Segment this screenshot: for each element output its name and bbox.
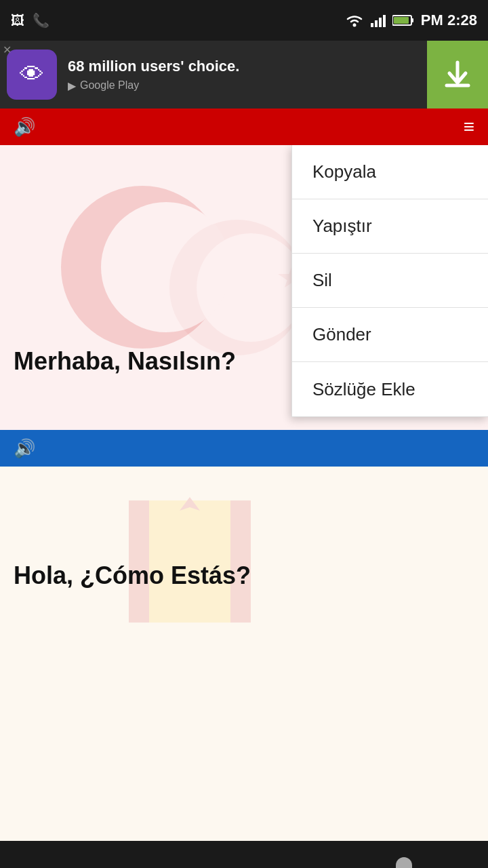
svg-rect-3 [379,18,382,27]
app-container: 🔊 ≡ Merhaba, Nasılsın? Kopyala Yapıştır … [0,108,488,841]
menu-item-gonder[interactable]: Gönder [292,308,488,362]
speaker-icon-mid[interactable]: 🔊 [14,438,35,459]
battery-icon [392,14,414,26]
menu-item-yapistir[interactable]: Yapıştır [292,199,488,254]
source-text[interactable]: Merhaba, Nasılsın? [14,347,236,376]
svg-rect-6 [411,18,413,22]
ad-app-logo: 👁 [20,60,44,89]
wifi-icon [345,14,364,27]
target-panel: Hola, ¿Cómo Estás? [0,467,488,841]
ad-title: 68 million users' choice. [68,58,427,75]
svg-point-12 [101,202,231,332]
microphone-button[interactable] [380,854,428,868]
context-menu: Kopyala Yapıştır Sil Gönder Sözlüğe Ekle [291,145,488,417]
menu-item-kopyala[interactable]: Kopyala [292,145,488,199]
svg-rect-4 [383,15,386,27]
hamburger-menu-icon[interactable]: ≡ [464,116,474,138]
google-play-icon: ▶ [68,79,76,92]
svg-rect-7 [394,17,409,24]
close-ad-button[interactable]: ✕ [3,43,12,56]
phone-icon: 📞 [33,12,49,28]
bottom-bar: Çevir [0,841,488,868]
menu-item-sozluge-ekle[interactable]: Sözlüğe Ekle [292,362,488,416]
target-text[interactable]: Hola, ¿Cómo Estás? [14,561,251,590]
status-time: PM 2:28 [421,12,477,29]
ad-source: ▶ Google Play [68,79,427,92]
download-icon [441,58,474,91]
status-right-icons: PM 2:28 [345,12,477,29]
ad-app-icon: 👁 [7,50,57,100]
crescent-watermark [41,165,244,369]
svg-rect-2 [375,20,378,27]
svg-rect-1 [371,23,373,27]
download-button[interactable] [427,41,488,108]
photo-icon: 🖼 [11,13,24,28]
ad-source-label: Google Play [80,79,139,92]
svg-point-0 [352,24,356,27]
svg-rect-18 [396,857,412,868]
status-left-icons: 🖼 📞 [11,12,49,28]
menu-item-sil[interactable]: Sil [292,254,488,308]
speaker-icon-top[interactable]: 🔊 [14,117,35,138]
microphone-icon [384,854,424,868]
ad-banner: ✕ 👁 68 million users' choice. ▶ Google P… [0,41,488,108]
source-panel: Merhaba, Nasılsın? Kopyala Yapıştır Sil … [0,145,488,430]
signal-icon [371,14,386,27]
middle-bar: 🔊 [0,430,488,467]
status-bar: 🖼 📞 PM 2:28 [0,0,488,41]
ad-text-area: 68 million users' choice. ▶ Google Play [68,58,427,92]
top-bar: 🔊 ≡ [0,108,488,145]
